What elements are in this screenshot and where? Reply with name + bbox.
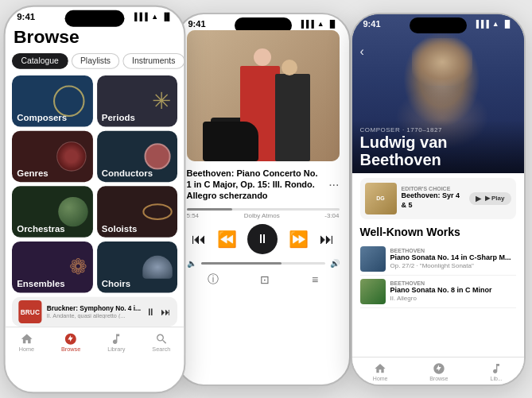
work-art-1 <box>360 246 386 272</box>
work-item-1[interactable]: BEETHOVEN Piano Sonata No. 14 in C-Sharp… <box>360 243 516 276</box>
composer-name: Ludwig van Beethoven <box>360 133 516 168</box>
mini-player-art: BRUC <box>18 299 41 323</box>
time-1: 9:41 <box>17 11 35 21</box>
more-icon[interactable]: ··· <box>328 178 339 192</box>
pause-button[interactable]: ⏸ <box>247 224 278 254</box>
info-button[interactable]: ⓘ <box>208 272 219 287</box>
tab-catalogue[interactable]: Catalogue <box>12 52 68 68</box>
periods-icon: ✳ <box>151 87 170 114</box>
work-info-2: BEETHOVEN Piano Sonata No. 8 in C Minor … <box>390 280 516 302</box>
mini-player[interactable]: BRUC Bruckner: Symphony No. 4 i... II. A… <box>12 296 177 326</box>
phone-now-playing: 9:41 ▐▐▐ ▲ ▐▌ DG Beethoven: Pian <box>176 13 351 386</box>
fast-forward-button[interactable]: ⏭ <box>320 231 334 248</box>
signal-icon-2: ▐▐▐ <box>299 20 314 28</box>
ensembles-icon: ❁ <box>69 254 87 280</box>
status-icons-3: ▐▐▐ ▲ ▐▌ <box>474 20 513 28</box>
nav-browse-1[interactable]: Browse <box>60 332 80 352</box>
action-row: ⓘ ⊡ ≡ <box>187 272 340 287</box>
volume-fill <box>201 262 282 265</box>
pause-icon: ⏸ <box>256 232 269 246</box>
editor-choice-art: DG <box>365 183 397 214</box>
mini-player-info: Bruckner: Symphony No. 4 i... II. Andant… <box>46 305 141 319</box>
wifi-icon-3: ▲ <box>492 20 499 28</box>
nav-library-3[interactable]: Lib... <box>490 362 503 381</box>
volume-bar[interactable] <box>201 262 325 265</box>
nav-browse-label: Browse <box>60 346 80 352</box>
grid-cell-soloists[interactable]: Soloists <box>96 186 177 237</box>
tab-bar: Catalogue Playlists Instruments <box>12 52 177 68</box>
track-title: Beethoven: Piano Concerto No. 1 in C Maj… <box>187 168 323 202</box>
bottom-nav-3: Home Browse Lib... <box>352 357 524 384</box>
choirs-label: Choirs <box>101 278 130 288</box>
dynamic-island-3 <box>410 17 467 33</box>
progress-area: 5:54 Dolby Atmos -3:04 <box>187 208 340 219</box>
skip-back-button[interactable]: ⏪ <box>217 230 237 249</box>
time-3: 9:41 <box>363 19 381 29</box>
grid-cell-ensembles[interactable]: ❁ Ensembles <box>12 242 92 292</box>
browse-content: Browse Catalogue Playlists Instruments C… <box>5 23 184 327</box>
queue-button[interactable]: ≡ <box>312 273 318 286</box>
status-bar-3: 9:41 ▐▐▐ ▲ ▐▌ <box>352 14 524 30</box>
status-icons-1: ▐▐▐ ▲ ▐▌ <box>131 12 172 20</box>
time-current: 5:54 <box>187 212 200 219</box>
periods-label: Periods <box>101 112 134 122</box>
grid-cell-orchestras[interactable]: Orchestras <box>12 186 92 237</box>
grid-cell-choirs[interactable]: Choirs <box>96 242 177 292</box>
work-title-2: Piano Sonata No. 8 in C Minor <box>390 286 516 295</box>
orchestras-label: Orchestras <box>17 223 64 233</box>
nav-search-1[interactable]: Search <box>152 332 170 352</box>
progress-fill <box>187 208 233 211</box>
volume-row: 🔈 🔊 <box>187 259 340 268</box>
phone-composer: 9:41 ▐▐▐ ▲ ▐▌ ‹ COMPOSER · 1770–1827 Lud… <box>351 13 526 386</box>
volume-high-icon: 🔊 <box>330 259 340 268</box>
phone-browse: 9:41 ▐▐▐ ▲ ▐▌ Browse Catalogue Playlists… <box>3 5 185 393</box>
work-item-2[interactable]: BEETHOVEN Piano Sonata No. 8 in C Minor … <box>360 276 516 308</box>
nav-search-label: Search <box>152 346 170 352</box>
progress-bar[interactable] <box>187 208 340 211</box>
track-more-row: Beethoven: Piano Concerto No. 1 in C Maj… <box>187 168 340 204</box>
nav-home-label: Home <box>18 346 33 352</box>
grid-cell-composers[interactable]: Composers <box>12 75 92 126</box>
time-remaining: -3:04 <box>324 212 339 219</box>
nav-home-3[interactable]: Home <box>373 362 388 381</box>
nav-browse-3[interactable]: Browse <box>429 362 448 381</box>
work-info-1: BEETHOVEN Piano Sonata No. 14 in C-Sharp… <box>390 248 516 269</box>
play-button[interactable]: ▶ ▶ Play <box>469 192 511 205</box>
work-art-2 <box>360 279 386 304</box>
soloists-label: Soloists <box>101 223 137 233</box>
volume-low-icon: 🔈 <box>187 259 196 268</box>
nav-library-1[interactable]: Library <box>107 332 125 352</box>
rewind-button[interactable]: ⏮ <box>192 231 206 248</box>
work-composer-2: BEETHOVEN <box>390 280 516 286</box>
composer-hero: ‹ COMPOSER · 1770–1827 Ludwig van Beetho… <box>352 14 524 173</box>
player-controls: ⏮ ⏪ ⏸ ⏩ ⏭ <box>187 224 340 254</box>
nav-browse-label-3: Browse <box>429 376 448 381</box>
mini-pause-icon[interactable]: ⏸ <box>146 306 155 318</box>
grid-cell-conductors[interactable]: Conductors <box>96 130 177 181</box>
composers-label: Composers <box>17 112 67 122</box>
signal-icon: ▐▐▐ <box>131 12 147 20</box>
editor-choice-card[interactable]: DG EDITOR'S CHOICE Beethoven: Syr 4 & 5 … <box>360 178 516 219</box>
dynamic-island-1 <box>64 10 124 26</box>
back-button[interactable]: ‹ <box>360 44 364 59</box>
battery-icon-3: ▐▌ <box>503 20 513 28</box>
work-title-1: Piano Sonata No. 14 in C-Sharp M... <box>390 253 516 262</box>
grid-cell-genres[interactable]: Genres <box>12 130 92 181</box>
status-bar-1: 9:41 ▐▐▐ ▲ ▐▌ <box>5 6 184 23</box>
work-sub-1: Op. 27/2 · "Moonlight Sonata" <box>390 262 516 269</box>
skip-forward-button[interactable]: ⏩ <box>289 230 309 249</box>
nav-home-1[interactable]: Home <box>18 332 33 352</box>
airplay-button[interactable]: ⊡ <box>260 273 270 286</box>
grid-cell-periods[interactable]: ✳ Periods <box>96 75 177 126</box>
mini-next-icon[interactable]: ⏭ <box>161 306 170 318</box>
browse-title: Browse <box>12 23 177 52</box>
composer-type: COMPOSER · 1770–1827 <box>360 126 516 133</box>
signal-icon-3: ▐▐▐ <box>474 20 489 28</box>
genres-icon <box>56 141 85 171</box>
now-playing-content: DG Beethoven: Piano Concerto No. 1 in C … <box>177 30 349 288</box>
tab-instruments[interactable]: Instruments <box>122 52 184 68</box>
status-icons-2: ▐▐▐ ▲ ▐▌ <box>299 20 338 28</box>
nav-library-label: Library <box>107 346 125 352</box>
tab-playlists[interactable]: Playlists <box>71 52 119 68</box>
conductors-label: Conductors <box>101 168 152 177</box>
